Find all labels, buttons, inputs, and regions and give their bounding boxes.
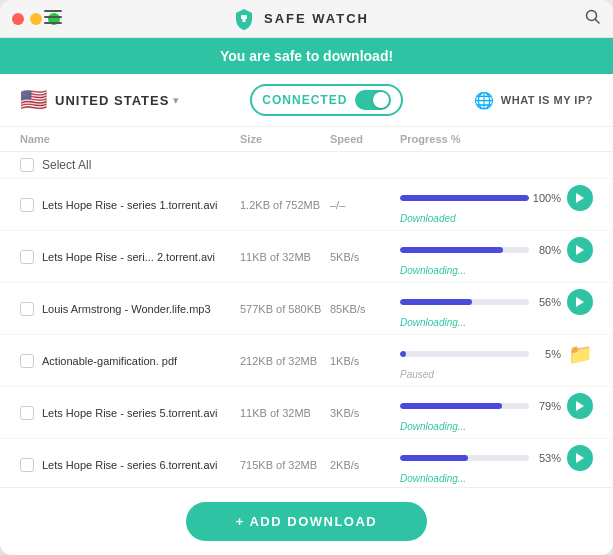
country-chevron-icon[interactable]: ▾ (173, 94, 179, 107)
row-name-cell: Lets Hope Rise - series 6.torrent.avi (20, 458, 240, 472)
what-is-ip-button[interactable]: 🌐 WHAT IS MY IP? (474, 91, 593, 110)
status-text: Downloading... (400, 421, 593, 432)
add-download-section: + ADD DOWNLOAD (0, 487, 613, 555)
connection-toggle[interactable] (355, 90, 391, 110)
country-name: UNITED STATES (55, 93, 169, 108)
svg-marker-8 (576, 245, 584, 255)
status-text: Downloading... (400, 473, 593, 484)
title-center: SAFE WATCH (60, 7, 541, 31)
row-checkbox[interactable] (20, 458, 34, 472)
what-is-ip-text: WHAT IS MY IP? (501, 94, 593, 106)
file-size: 212KB of 32MB (240, 355, 330, 367)
progress-pct: 80% (529, 244, 561, 256)
progress-pct: 100% (529, 192, 561, 204)
progress-cell: 100% Downloaded (400, 185, 593, 224)
toggle-knob (373, 92, 389, 108)
safe-banner: You are safe to download! (0, 38, 613, 74)
play-button[interactable] (567, 289, 593, 315)
row-checkbox[interactable] (20, 250, 34, 264)
file-size: 715KB of 32MB (240, 459, 330, 471)
row-name-cell: Lets Hope Rise - series 5.torrent.avi (20, 406, 240, 420)
play-button[interactable] (567, 185, 593, 211)
progress-pct: 56% (529, 296, 561, 308)
file-speed: 5KB/s (330, 251, 400, 263)
row-name-cell: Lets Hope Rise - seri... 2.torrent.avi (20, 250, 240, 264)
connection-status-pill[interactable]: CONNECTED (250, 84, 403, 116)
file-speed: 3KB/s (330, 407, 400, 419)
svg-marker-9 (576, 297, 584, 307)
file-name: Lets Hope Rise - series 1.torrent.avi (42, 199, 217, 211)
file-name: Actionable-gamification. pdf (42, 355, 177, 367)
minimize-button[interactable] (30, 13, 42, 25)
progress-bar-wrap (400, 351, 529, 357)
svg-rect-1 (44, 16, 62, 18)
select-all-checkbox[interactable] (20, 158, 34, 172)
svg-rect-4 (243, 17, 246, 22)
row-checkbox[interactable] (20, 406, 34, 420)
connection-status-text: CONNECTED (262, 93, 347, 107)
status-text: Downloaded (400, 213, 593, 224)
app-logo-icon (232, 7, 256, 31)
app-window: SAFE WATCH You are safe to download! 🇺🇸 … (0, 0, 613, 555)
connection-bar: 🇺🇸 UNITED STATES ▾ CONNECTED 🌐 WHAT IS M… (0, 74, 613, 127)
row-name-cell: Lets Hope Rise - series 1.torrent.avi (20, 198, 240, 212)
progress-bar-fill (400, 403, 502, 409)
table-header: Name Size Speed Progress % (0, 127, 613, 152)
menu-icon[interactable] (44, 10, 62, 28)
progress-row: 56% (400, 289, 593, 315)
select-all-label[interactable]: Select All (42, 158, 91, 172)
progress-bar-fill (400, 195, 529, 201)
status-text: Downloading... (400, 265, 593, 276)
download-row: Louis Armstrong - Wonder.life.mp3 577KB … (0, 283, 613, 335)
add-download-label: + ADD DOWNLOAD (236, 514, 378, 529)
file-size: 1.2KB of 752MB (240, 199, 330, 211)
progress-cell: 80% Downloading... (400, 237, 593, 276)
play-button[interactable] (567, 237, 593, 263)
row-checkbox[interactable] (20, 354, 34, 368)
play-button[interactable] (567, 393, 593, 419)
file-size: 11KB of 32MB (240, 407, 330, 419)
download-rows-container: Lets Hope Rise - series 1.torrent.avi 1.… (0, 179, 613, 487)
title-bar: SAFE WATCH (0, 0, 613, 38)
progress-bar-fill (400, 247, 503, 253)
col-speed: Speed (330, 133, 400, 145)
row-name-cell: Actionable-gamification. pdf (20, 354, 240, 368)
progress-cell: 56% Downloading... (400, 289, 593, 328)
status-text: Downloading... (400, 317, 593, 328)
download-row: Lets Hope Rise - series 6.torrent.avi 71… (0, 439, 613, 487)
status-text: Paused (400, 369, 593, 380)
country-flag: 🇺🇸 (20, 87, 47, 113)
download-row: Lets Hope Rise - seri... 2.torrent.avi 1… (0, 231, 613, 283)
download-row: Lets Hope Rise - series 1.torrent.avi 1.… (0, 179, 613, 231)
progress-row: 100% (400, 185, 593, 211)
file-speed: –/– (330, 199, 400, 211)
download-list: Select All Lets Hope Rise - series 1.tor… (0, 152, 613, 487)
col-name: Name (20, 133, 240, 145)
progress-bar-wrap (400, 455, 529, 461)
progress-pct: 79% (529, 400, 561, 412)
folder-button[interactable]: 📁 (567, 341, 593, 367)
search-button[interactable] (585, 9, 601, 29)
row-checkbox[interactable] (20, 198, 34, 212)
close-button[interactable] (12, 13, 24, 25)
progress-pct: 5% (529, 348, 561, 360)
progress-cell: 5% 📁 Paused (400, 341, 593, 380)
file-name: Louis Armstrong - Wonder.life.mp3 (42, 303, 211, 315)
progress-row: 79% (400, 393, 593, 419)
progress-bar-wrap (400, 299, 529, 305)
svg-line-6 (596, 19, 600, 23)
file-speed: 1KB/s (330, 355, 400, 367)
row-checkbox[interactable] (20, 302, 34, 316)
file-size: 11KB of 32MB (240, 251, 330, 263)
app-title: SAFE WATCH (264, 11, 369, 26)
svg-rect-0 (44, 10, 62, 12)
row-name-cell: Louis Armstrong - Wonder.life.mp3 (20, 302, 240, 316)
progress-row: 53% (400, 445, 593, 471)
progress-cell: 53% Downloading... (400, 445, 593, 484)
file-size: 577KB of 580KB (240, 303, 330, 315)
file-name: Lets Hope Rise - series 6.torrent.avi (42, 459, 217, 471)
globe-icon: 🌐 (474, 91, 495, 110)
download-row: Actionable-gamification. pdf 212KB of 32… (0, 335, 613, 387)
add-download-button[interactable]: + ADD DOWNLOAD (186, 502, 428, 541)
play-button[interactable] (567, 445, 593, 471)
